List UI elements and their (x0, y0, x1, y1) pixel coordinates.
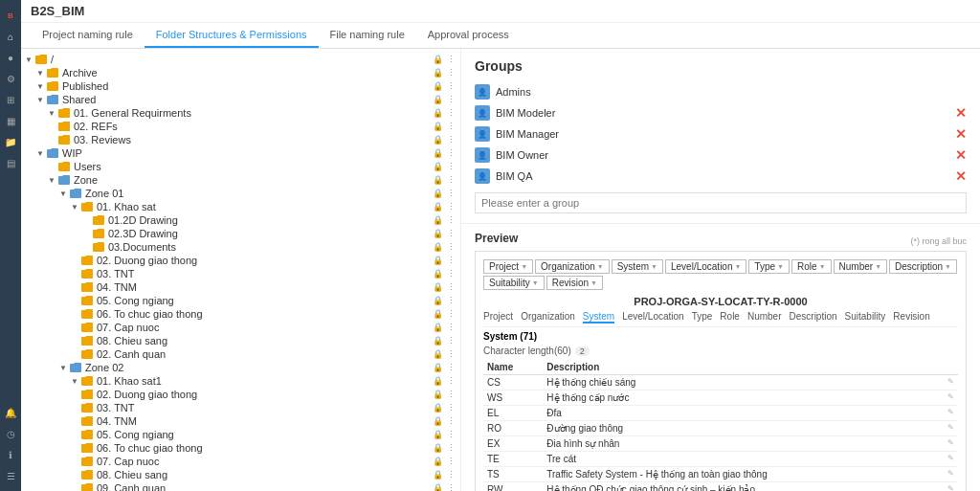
tree-item[interactable]: Users🔒⋮ (21, 160, 460, 173)
more-icon[interactable]: ⋮ (446, 282, 457, 292)
edit-icon[interactable]: ✎ (947, 408, 954, 416)
preview-tab-revision[interactable]: Revision (893, 311, 929, 324)
tree-arrow[interactable]: ▼ (48, 176, 57, 185)
preview-tab-number[interactable]: Number (747, 311, 782, 324)
more-icon[interactable]: ⋮ (446, 242, 457, 252)
preview-tab-description[interactable]: Description (790, 311, 837, 324)
naming-segment[interactable]: Type ▼ (748, 259, 790, 274)
group-delete-button[interactable]: ✕ (955, 105, 967, 121)
tree-item[interactable]: 09. Canh quan🔒⋮ (21, 481, 460, 491)
tree-arrow[interactable]: ▼ (25, 56, 34, 64)
tab-folder-structures[interactable]: Folder Structures & Permissions (145, 23, 319, 48)
home-icon[interactable]: ⌂ (3, 29, 18, 44)
preview-tab-project[interactable]: Project (483, 311, 513, 324)
tree-item[interactable]: ▼WIP🔒⋮ (21, 146, 460, 160)
more-icon[interactable]: ⋮ (446, 416, 457, 426)
tree-arrow[interactable]: ▼ (48, 109, 57, 118)
more-icon[interactable]: ⋮ (446, 457, 457, 466)
more-icon[interactable]: ⋮ (446, 148, 457, 158)
tab-approval-process[interactable]: Approval process (416, 23, 521, 48)
tree-item[interactable]: 07. Cap nuoc🔒⋮ (21, 321, 460, 334)
tree-item[interactable]: ▼/🔒⋮ (21, 53, 460, 66)
tab-file-naming[interactable]: File naming rule (319, 23, 416, 48)
more-icon[interactable]: ⋮ (446, 108, 457, 118)
tree-item[interactable]: ▼Published🔒⋮ (21, 79, 460, 93)
naming-segment[interactable]: Role ▼ (791, 259, 832, 274)
tree-item[interactable]: 06. To chuc giao thong🔒⋮ (21, 307, 460, 321)
more-icon[interactable]: ⋮ (446, 430, 457, 439)
list-icon[interactable]: ☰ (3, 468, 18, 483)
more-icon[interactable]: ⋮ (446, 55, 457, 64)
tree-item[interactable]: 04. TNM🔒⋮ (21, 414, 460, 428)
more-icon[interactable]: ⋮ (446, 122, 457, 131)
more-icon[interactable]: ⋮ (446, 95, 457, 104)
preview-tab-level-location[interactable]: Level/Location (622, 311, 684, 324)
edit-icon[interactable]: ✎ (947, 484, 954, 491)
tree-item[interactable]: 03.Documents🔒⋮ (21, 240, 460, 254)
tree-arrow[interactable]: ▼ (36, 149, 46, 158)
tree-item[interactable]: 02. Duong giao thong🔒⋮ (21, 254, 460, 267)
edit-icon[interactable]: ✎ (947, 392, 954, 401)
group-delete-button[interactable]: ✕ (955, 147, 967, 163)
group-delete-button[interactable]: ✕ (955, 168, 967, 184)
naming-segment[interactable]: Revision ▼ (546, 276, 603, 290)
more-icon[interactable]: ⋮ (446, 323, 457, 332)
more-icon[interactable]: ⋮ (446, 215, 457, 225)
tree-arrow[interactable]: ▼ (36, 96, 46, 104)
tree-item[interactable]: 02. REFs🔒⋮ (21, 120, 460, 133)
tree-arrow[interactable]: ▼ (36, 69, 46, 78)
tree-arrow[interactable]: ▼ (36, 82, 46, 91)
preview-tab-role[interactable]: Role (720, 311, 740, 324)
more-icon[interactable]: ⋮ (446, 390, 457, 399)
tree-item[interactable]: ▼01. Khao sat1🔒⋮ (21, 374, 460, 388)
more-icon[interactable]: ⋮ (446, 403, 457, 413)
more-icon[interactable]: ⋮ (446, 443, 457, 453)
preview-tab-type[interactable]: Type (692, 311, 713, 324)
tree-item[interactable]: 03. Reviews🔒⋮ (21, 133, 460, 146)
tree-item[interactable]: ▼Zone 01🔒⋮ (21, 187, 460, 200)
more-icon[interactable]: ⋮ (446, 162, 457, 171)
clock-icon[interactable]: ◷ (3, 426, 18, 441)
tree-item[interactable]: 01.2D Drawing🔒⋮ (21, 213, 460, 227)
chart-icon[interactable]: ▦ (3, 113, 18, 128)
tree-item[interactable]: ▼Shared🔒⋮ (21, 93, 460, 106)
edit-icon[interactable]: ✎ (947, 469, 954, 478)
more-icon[interactable]: ⋮ (446, 68, 457, 78)
preview-tab-suitability[interactable]: Suitability (845, 311, 886, 324)
edit-icon[interactable]: ✎ (947, 377, 954, 386)
naming-segment[interactable]: System ▼ (612, 259, 663, 274)
tree-item[interactable]: 02. Canh quan🔒⋮ (21, 347, 460, 361)
folder-icon[interactable]: 📁 (3, 134, 18, 149)
more-icon[interactable]: ⋮ (446, 470, 457, 480)
tree-arrow[interactable]: ▼ (59, 190, 69, 198)
naming-segment[interactable]: Level/Location ▼ (665, 259, 746, 274)
more-icon[interactable]: ⋮ (446, 349, 457, 359)
tree-item[interactable]: 02.3D Drawing🔒⋮ (21, 227, 460, 240)
tree-item[interactable]: 05. Cong ngiang🔒⋮ (21, 294, 460, 307)
edit-icon[interactable]: ✎ (947, 423, 954, 432)
more-icon[interactable]: ⋮ (446, 81, 457, 91)
bell-icon[interactable]: 🔔 (3, 405, 18, 420)
tree-item[interactable]: ▼Zone🔒⋮ (21, 173, 460, 187)
naming-segment[interactable]: Project ▼ (483, 259, 533, 274)
tree-item[interactable]: 08. Chieu sang🔒⋮ (21, 468, 460, 481)
tree-item[interactable]: ▼01. General Requirments🔒⋮ (21, 106, 460, 120)
more-icon[interactable]: ⋮ (446, 483, 457, 491)
tree-item[interactable]: 02. Duong giao thong🔒⋮ (21, 388, 460, 401)
tree-item[interactable]: ▼Archive🔒⋮ (21, 66, 460, 79)
tree-item[interactable]: 04. TNM🔒⋮ (21, 280, 460, 294)
tree-arrow[interactable]: ▼ (71, 203, 80, 212)
more-icon[interactable]: ⋮ (446, 135, 457, 145)
tree-arrow[interactable]: ▼ (59, 364, 69, 372)
more-icon[interactable]: ⋮ (446, 376, 457, 386)
tree-item[interactable]: ▼01. Khao sat🔒⋮ (21, 200, 460, 213)
more-icon[interactable]: ⋮ (446, 336, 457, 346)
tree-item[interactable]: 03. TNT🔒⋮ (21, 401, 460, 414)
tree-item[interactable]: 08. Chieu sang🔒⋮ (21, 334, 460, 347)
more-icon[interactable]: ⋮ (446, 363, 457, 372)
more-icon[interactable]: ⋮ (446, 296, 457, 305)
tree-item[interactable]: 03. TNT🔒⋮ (21, 267, 460, 280)
tree-arrow[interactable]: ▼ (71, 377, 80, 386)
edit-icon[interactable]: ✎ (947, 438, 954, 447)
tree-item[interactable]: 06. To chuc giao thong🔒⋮ (21, 441, 460, 455)
